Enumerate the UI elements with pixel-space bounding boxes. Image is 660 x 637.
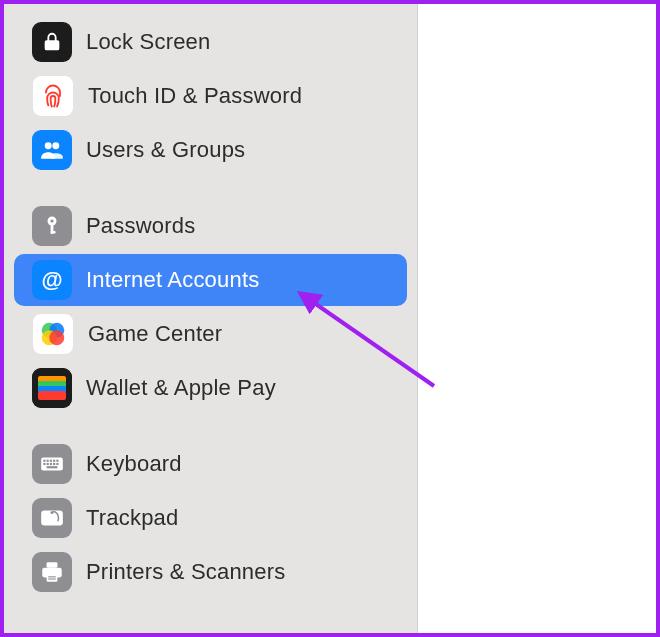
keyboard-icon bbox=[32, 444, 72, 484]
svg-rect-15 bbox=[38, 391, 66, 400]
svg-point-29 bbox=[50, 511, 53, 514]
window-frame: Lock Screen Touch ID & Password Users & … bbox=[0, 0, 660, 637]
sidebar-item-label: Trackpad bbox=[86, 505, 179, 531]
sidebar-item-label: Passwords bbox=[86, 213, 195, 239]
sidebar-item-users-groups[interactable]: Users & Groups bbox=[14, 124, 407, 176]
svg-rect-22 bbox=[43, 463, 45, 465]
sidebar-group: Passwords @ Internet Accounts Game Cente… bbox=[4, 200, 417, 436]
sidebar-item-label: Game Center bbox=[88, 321, 222, 347]
sidebar-item-label: Internet Accounts bbox=[86, 267, 259, 293]
svg-rect-5 bbox=[51, 231, 56, 233]
sidebar-item-trackpad[interactable]: Trackpad bbox=[14, 492, 407, 544]
fingerprint-icon bbox=[32, 75, 74, 117]
svg-rect-23 bbox=[47, 463, 49, 465]
svg-rect-33 bbox=[48, 576, 56, 577]
svg-point-3 bbox=[50, 219, 53, 222]
svg-rect-25 bbox=[53, 463, 55, 465]
sidebar-item-label: Keyboard bbox=[86, 451, 182, 477]
trackpad-icon bbox=[32, 498, 72, 538]
sidebar-item-wallet[interactable]: Wallet & Apple Pay bbox=[14, 362, 407, 414]
svg-rect-26 bbox=[56, 463, 58, 465]
sidebar-item-lock-screen[interactable]: Lock Screen bbox=[14, 16, 407, 68]
sidebar-item-label: Touch ID & Password bbox=[88, 83, 302, 109]
svg-rect-27 bbox=[47, 466, 58, 468]
svg-rect-30 bbox=[47, 562, 58, 567]
svg-rect-17 bbox=[43, 460, 45, 462]
sidebar-item-game-center[interactable]: Game Center bbox=[14, 308, 407, 360]
svg-rect-24 bbox=[50, 463, 52, 465]
sidebar-item-label: Lock Screen bbox=[86, 29, 211, 55]
game-center-icon bbox=[32, 313, 74, 355]
sidebar-item-passwords[interactable]: Passwords bbox=[14, 200, 407, 252]
settings-sidebar: Lock Screen Touch ID & Password Users & … bbox=[4, 4, 418, 633]
sidebar-item-internet-accounts[interactable]: @ Internet Accounts bbox=[14, 254, 407, 306]
svg-point-1 bbox=[52, 142, 59, 149]
sidebar-item-printers[interactable]: Printers & Scanners bbox=[14, 546, 407, 598]
sidebar-group: Lock Screen Touch ID & Password Users & … bbox=[4, 16, 417, 198]
svg-rect-34 bbox=[48, 579, 56, 580]
at-sign-icon: @ bbox=[32, 260, 72, 300]
key-icon bbox=[32, 206, 72, 246]
svg-rect-19 bbox=[50, 460, 52, 462]
sidebar-item-label: Printers & Scanners bbox=[86, 559, 285, 585]
svg-point-0 bbox=[45, 142, 52, 149]
sidebar-item-label: Wallet & Apple Pay bbox=[86, 375, 276, 401]
users-icon bbox=[32, 130, 72, 170]
sidebar-item-keyboard[interactable]: Keyboard bbox=[14, 438, 407, 490]
sidebar-group: Keyboard Trackpad Printers & Scanners bbox=[4, 438, 417, 620]
svg-text:@: @ bbox=[41, 267, 62, 292]
svg-rect-20 bbox=[53, 460, 55, 462]
svg-rect-32 bbox=[47, 574, 58, 582]
wallet-icon bbox=[32, 368, 72, 408]
svg-rect-18 bbox=[47, 460, 49, 462]
svg-rect-21 bbox=[56, 460, 58, 462]
sidebar-item-label: Users & Groups bbox=[86, 137, 245, 163]
lock-icon bbox=[32, 22, 72, 62]
printer-icon bbox=[32, 552, 72, 592]
sidebar-item-touch-id[interactable]: Touch ID & Password bbox=[14, 70, 407, 122]
content-pane bbox=[418, 4, 656, 633]
svg-point-10 bbox=[49, 330, 64, 345]
